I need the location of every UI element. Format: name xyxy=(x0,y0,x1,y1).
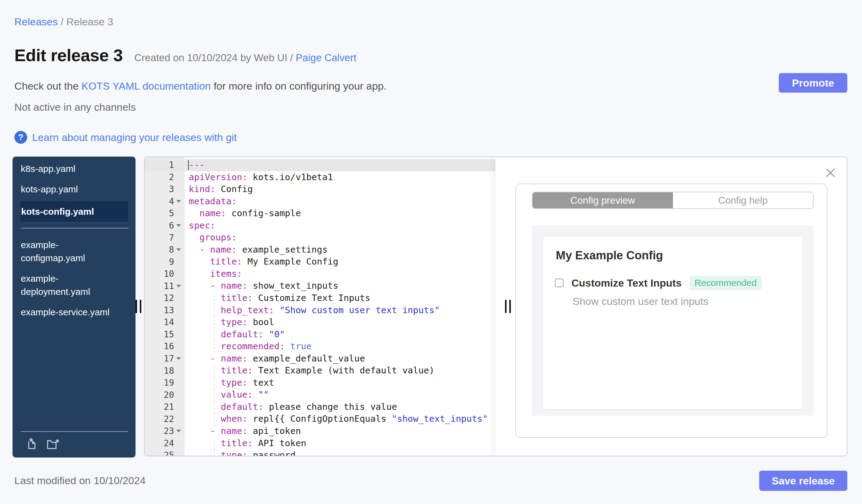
git-help-row: ? Learn about managing your releases wit… xyxy=(14,131,237,144)
line-number: 5 xyxy=(145,207,184,220)
fold-arrow-icon[interactable] xyxy=(176,285,181,288)
line-number: 3 xyxy=(145,183,184,196)
handle-bar xyxy=(505,300,507,313)
code-line[interactable]: value: "" xyxy=(185,389,495,401)
code-line[interactable]: when: repl{{ ConfigOptionEquals "show_te… xyxy=(185,413,495,425)
line-number: 11 xyxy=(145,280,184,292)
code-line[interactable]: - name: example_settings xyxy=(185,244,495,256)
code-line[interactable]: - name: example_default_value xyxy=(185,353,495,365)
promote-button[interactable]: Promote xyxy=(779,73,847,93)
add-file-icon[interactable] xyxy=(25,437,39,451)
code-area[interactable]: ---apiVersion: kots.io/v1beta1kind: Conf… xyxy=(185,157,495,456)
tab-config-preview[interactable]: Config preview xyxy=(533,193,673,208)
line-number: 13 xyxy=(145,304,184,317)
code-line[interactable]: title: My Example Config xyxy=(185,256,495,268)
preview-config-group: My Example Config Customize Text Inputs … xyxy=(543,237,802,409)
recommended-badge: Recommended xyxy=(690,276,761,290)
line-number: 18 xyxy=(145,364,184,377)
title-row: Edit release 3 Created on 10/10/2024 by … xyxy=(14,45,356,65)
code-line[interactable]: type: text xyxy=(185,377,495,389)
code-line[interactable]: groups: xyxy=(185,231,495,244)
line-number: 25 xyxy=(145,449,184,456)
code-line[interactable]: spec: xyxy=(185,220,495,232)
line-number: 1 xyxy=(145,159,184,171)
line-number: 6 xyxy=(145,220,184,232)
file-sidebar: k8s-app.yamlkots-app.yamlkots-config.yam… xyxy=(13,157,135,457)
file-item[interactable]: example- deployment.yaml xyxy=(21,272,128,298)
save-release-button[interactable]: Save release xyxy=(759,471,847,491)
handle-bar xyxy=(135,300,137,313)
breadcrumb-separator: / xyxy=(61,16,66,27)
channel-status: Not active in any channels xyxy=(14,101,136,113)
file-item[interactable]: example-service.yaml xyxy=(21,306,128,319)
config-item-label: Customize Text Inputs xyxy=(571,277,681,289)
line-number: 19 xyxy=(145,377,184,389)
line-number: 23 xyxy=(145,425,184,437)
line-number: 8 xyxy=(145,244,184,256)
file-list-divider xyxy=(21,228,129,228)
docs-line: Check out the KOTS YAML documentation fo… xyxy=(14,80,387,92)
sidebar-resize-handle[interactable] xyxy=(135,300,141,313)
yaml-editor: 1234567891011121314151617181920212223242… xyxy=(144,157,847,456)
file-item[interactable]: kots-config.yaml xyxy=(21,201,128,222)
breadcrumb-releases-link[interactable]: Releases xyxy=(14,16,58,27)
line-number: 10 xyxy=(145,268,184,280)
file-item[interactable]: example- configmap.yaml xyxy=(21,238,128,265)
release-editor-page: Releases / Release 3 Edit release 3 Crea… xyxy=(0,0,862,504)
kots-docs-link[interactable]: KOTS YAML documentation xyxy=(81,80,211,92)
author-link[interactable]: Paige Calvert xyxy=(296,52,356,63)
line-number: 22 xyxy=(145,413,184,425)
config-item-help: Show custom user text inputs xyxy=(573,295,708,307)
code-line[interactable]: type: bool xyxy=(185,316,495,329)
line-number: 9 xyxy=(145,256,184,268)
code-line[interactable]: name: config-sample xyxy=(185,207,495,220)
code-line[interactable]: default: "0" xyxy=(185,329,495,341)
close-icon[interactable] xyxy=(825,168,836,178)
code-line[interactable]: title: Customize Text Inputs xyxy=(185,292,495,304)
file-item[interactable]: k8s-app.yaml xyxy=(21,162,128,175)
code-line[interactable]: - name: show_text_inputs xyxy=(185,280,495,292)
code-line[interactable]: - name: api_token xyxy=(185,425,495,437)
tab-config-help[interactable]: Config help xyxy=(673,193,813,208)
breadcrumb-current: Release 3 xyxy=(66,16,113,27)
code-line[interactable]: recommended: true xyxy=(185,340,495,353)
line-number: 12 xyxy=(145,292,184,304)
code-line[interactable]: kind: Config xyxy=(185,183,495,196)
git-help-link[interactable]: Learn about managing your releases with … xyxy=(32,132,237,143)
code-line[interactable]: metadata: xyxy=(185,196,495,208)
page-title: Edit release 3 xyxy=(14,45,123,65)
sidebar-actions xyxy=(25,437,60,451)
preview-tabs: Config preview Config help xyxy=(532,192,814,209)
created-text: Created on 10/10/2024 by Web UI / xyxy=(134,52,296,63)
config-card: Config preview Config help My Example Co… xyxy=(515,184,827,438)
line-number: 15 xyxy=(145,329,184,341)
fold-arrow-icon[interactable] xyxy=(176,224,181,227)
customize-text-inputs-checkbox[interactable] xyxy=(555,279,563,287)
line-number: 16 xyxy=(145,340,184,353)
created-info: Created on 10/10/2024 by Web UI / Paige … xyxy=(134,52,356,64)
code-line[interactable]: default: please change this value xyxy=(185,401,495,413)
editor-gutter: 1234567891011121314151617181920212223242… xyxy=(145,157,184,456)
add-folder-icon[interactable] xyxy=(46,437,60,451)
question-icon[interactable]: ? xyxy=(14,131,27,144)
code-line[interactable]: title: API token xyxy=(185,437,495,450)
line-number: 17 xyxy=(145,353,184,365)
line-number: 7 xyxy=(145,231,184,244)
code-line[interactable]: help_text: "Show custom user text inputs… xyxy=(185,304,495,317)
breadcrumb: Releases / Release 3 xyxy=(14,16,113,28)
file-item[interactable]: kots-app.yaml xyxy=(21,183,128,196)
preview-resize-handle[interactable] xyxy=(505,300,511,313)
code-line[interactable]: apiVersion: kots.io/v1beta1 xyxy=(185,171,495,184)
last-modified-text: Last modified on 10/10/2024 xyxy=(14,475,146,487)
code-line[interactable]: title: Text Example (with default value) xyxy=(185,364,495,377)
code-line[interactable]: type: password xyxy=(185,449,495,456)
config-preview-pane: Config preview Config help My Example Co… xyxy=(496,157,847,456)
text-cursor xyxy=(188,160,189,170)
code-line[interactable]: --- xyxy=(185,159,495,171)
sidebar-divider xyxy=(21,431,128,432)
fold-arrow-icon[interactable] xyxy=(176,357,181,360)
fold-arrow-icon[interactable] xyxy=(176,430,181,433)
fold-arrow-icon[interactable] xyxy=(176,200,181,203)
fold-arrow-icon[interactable] xyxy=(176,248,181,251)
code-line[interactable]: items: xyxy=(185,268,495,280)
